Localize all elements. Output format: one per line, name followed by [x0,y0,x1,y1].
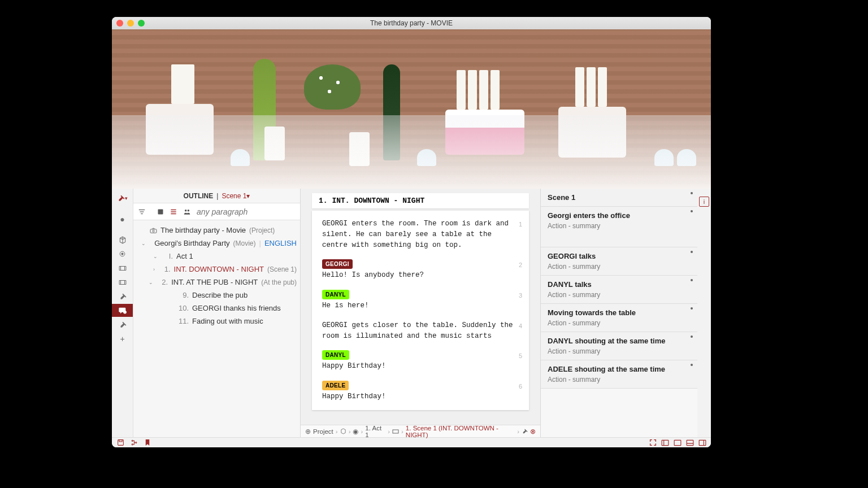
rail-running2-icon[interactable] [112,318,133,331]
character-tag-adele: ADELE [322,381,349,390]
note-card[interactable]: ADELE shouting at the same time Action -… [541,360,697,389]
camera-icon [149,226,157,234]
view-list-icon[interactable] [170,207,177,216]
outline-header: OUTLINE | Scene 1▾ [133,189,300,203]
panel-right-icon[interactable] [698,439,706,447]
script-page[interactable]: GEORGI enters the room. The room is dark… [312,211,529,410]
note-indicator-icon [691,279,693,281]
rail-location-icon[interactable] [112,247,133,260]
svg-rect-13 [158,209,163,214]
window-title: The birthday party - MOVIE [112,19,711,27]
titlebar: The birthday party - MOVIE [112,17,711,29]
outline-panel: OUTLINE | Scene 1▾ The birthday party - … [133,189,301,437]
svg-rect-2 [119,266,126,270]
action-paragraph[interactable]: GEORGI gets closer to the table. Suddenl… [322,320,519,342]
chevron-down-icon[interactable]: ⌄ [149,280,153,285]
crumb-scene[interactable]: 1. Scene 1 (INT. DOWNTOWN - NIGHT) [406,425,515,438]
body-area: ▾ ● + OUTLINE | Scene 1▾ [112,189,711,437]
dialogue-block[interactable]: GEORGI Hello! Is anybody there? 2 [322,259,519,281]
language-label[interactable]: ENGLISH [264,239,297,247]
tree-item-11[interactable]: 11. Fading out with music [133,315,300,328]
svg-point-18 [188,209,190,211]
panel-left-icon[interactable] [661,439,669,447]
chevron-down-icon[interactable]: ⌄ [141,241,146,246]
note-card[interactable]: Georgi enters the office Action - summar… [541,207,697,247]
dialogue-block[interactable]: DANYL Happy Birthday! 5 [322,350,519,372]
rail-add-icon[interactable]: + [112,332,133,345]
svg-point-25 [132,444,133,445]
mode-menu-icon[interactable]: ▾ [114,192,131,204]
chevron-down-icon[interactable]: ⌄ [153,254,158,259]
dialogue-block[interactable]: DANYL He is here! 3 [322,290,519,311]
filter-icon[interactable] [138,207,146,216]
outline-toolbar [133,203,300,220]
film-icon [392,429,399,434]
dialogue-block[interactable]: ADELE Happy Birthday! 6 [322,381,519,402]
outline-tree: The birthday party - Movie (Project) ⌄ G… [133,220,300,437]
note-indicator-icon [691,192,693,194]
tree-scene-1[interactable]: › 1. INT. DOWNTOWN - NIGHT (Scene 1) [133,263,300,276]
rail-dot-icon[interactable]: ● [112,212,133,225]
note-card-scene[interactable]: Scene 1 [541,189,697,207]
para-number: 6 [519,382,522,391]
svg-point-1 [121,253,123,255]
note-card[interactable]: DANYL shouting at the same time Action -… [541,332,697,360]
editor-scroll[interactable]: 1. INT. DOWNTOWN - NIGHT GEORGI enters t… [301,189,540,425]
note-card[interactable]: DANYL talks Action - summary [541,276,697,304]
svg-rect-22 [118,440,123,446]
bookmark-icon[interactable] [144,439,151,447]
tree-item-10[interactable]: 10. GEORGI thanks his friends [133,302,300,315]
svg-rect-30 [687,440,693,445]
scene-heading[interactable]: 1. INT. DOWNTOWN - NIGHT [312,193,529,208]
note-indicator-icon [691,336,693,338]
note-card[interactable]: Moving towards the table Action - summar… [541,304,697,332]
action-paragraph[interactable]: GEORGI enters the room. The room is dark… [322,219,519,250]
target-icon[interactable]: ⊕ [305,428,311,435]
svg-rect-19 [150,229,157,233]
fullscreen-icon[interactable] [649,439,657,447]
rail-running-icon[interactable] [112,290,133,303]
outline-scene-indicator[interactable]: Scene 1▾ [222,192,250,200]
tree-movie[interactable]: ⌄ Georgi's Birthday Party (Movie) | ENGL… [133,237,300,250]
panel-bottom-icon[interactable] [686,439,694,447]
info-icon[interactable]: i [699,197,709,207]
svg-point-26 [135,442,136,443]
panel-center-icon[interactable] [674,439,682,447]
outline-title: OUTLINE [184,192,214,200]
editor-panel: 1. INT. DOWNTOWN - NIGHT GEORGI enters t… [301,189,540,437]
view-people-icon[interactable] [183,207,191,216]
para-number: 2 [519,260,522,270]
breadcrumb: ⊕ Project › › ◉ › 1. Act 1 › › 1. Scene … [301,425,540,437]
rail-film-icon[interactable] [112,262,133,274]
maximize-button[interactable] [138,20,145,27]
svg-rect-32 [699,440,706,445]
close-button[interactable] [116,20,123,27]
chevron-right-icon[interactable]: › [152,267,155,272]
running-icon [522,428,528,434]
svg-rect-27 [662,440,669,445]
rail-cube-icon[interactable] [112,233,133,246]
statusbar-left [116,439,151,447]
crumb-project[interactable]: Project [313,428,333,435]
tree-scene-2[interactable]: ⌄ 2. INT. AT THE PUB - NIGHT (At the pub… [133,276,300,289]
note-card[interactable]: GEORGI talks Action - summary [541,247,697,276]
close-breadcrumb-icon[interactable]: ⊗ [530,428,536,435]
statusbar [112,437,711,447]
notes-panel: Scene 1 Georgi enters the office Action … [540,189,697,437]
tree-icon[interactable] [130,439,138,447]
minimize-button[interactable] [127,20,134,27]
crumb-act[interactable]: 1. Act 1 [365,425,385,438]
tree-project[interactable]: The birthday party - Movie (Project) [133,224,300,237]
para-number: 1 [519,220,522,229]
character-tag-danyl: DANYL [322,290,349,299]
search-input[interactable] [197,207,297,216]
save-icon[interactable] [116,439,124,447]
view-card-icon[interactable] [157,207,164,216]
traffic-lights [116,20,145,27]
rail-film2-icon[interactable] [112,276,133,289]
tree-item-9[interactable]: 9. Describe the pub [133,289,300,302]
tree-act[interactable]: ⌄ I. Act 1 [133,250,300,263]
hero-image [112,29,711,189]
character-tag-georgi: GEORGI [322,259,353,269]
rail-speech-icon[interactable] [112,304,133,317]
